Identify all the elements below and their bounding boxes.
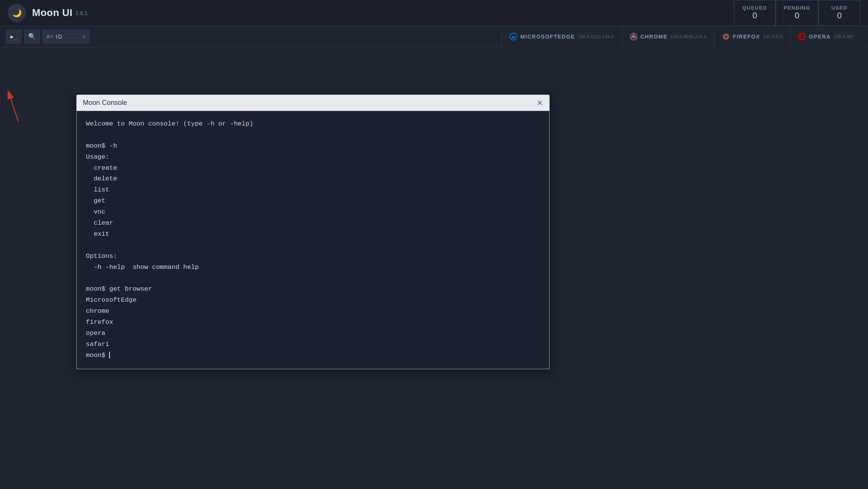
opera-tab-label: OPERA: [809, 34, 831, 40]
chrome-version: 120.0.6099.224-6: [671, 34, 707, 39]
tab-opera[interactable]: OPERA 105.0.497: [790, 26, 862, 47]
stat-used-label: USED: [831, 5, 847, 11]
stat-queued-value: 0: [752, 11, 757, 21]
opera-icon: [798, 33, 806, 40]
stat-pending-value: 0: [795, 11, 799, 21]
filter-by-label: BY: [47, 34, 53, 39]
svg-point-4: [724, 35, 728, 38]
console-close-button[interactable]: ✕: [537, 99, 543, 107]
stat-pending-label: PENDING: [784, 5, 810, 11]
tab-firefox[interactable]: FIREFOX 122.0.0-5: [714, 26, 790, 47]
browser-tabs: MICROSOFTEDGE 120.0.2210.144-6 CHROME 12…: [502, 26, 862, 47]
app-version: 2.6.1: [76, 10, 87, 16]
app-title: Moon UI: [32, 7, 73, 19]
stats-bar: QUEUED 0 PENDING 0 USED 0: [734, 0, 860, 26]
stat-pending: PENDING 0: [776, 0, 818, 26]
header: 🌙 Moon UI 2.6.1 QUEUED 0 PENDING 0 USED …: [0, 0, 868, 26]
stat-used: USED 0: [818, 0, 860, 26]
toolbar: ▶_ 🔍 BY ID ...... × MICROSOFTEDGE 120.0.…: [0, 26, 868, 47]
edge-icon: [510, 33, 517, 40]
opera-version: 105.0.497: [834, 34, 854, 39]
annotation-arrow-svg: [7, 97, 30, 122]
edge-version: 120.0.2210.144-6: [578, 34, 614, 39]
svg-line-8: [11, 99, 18, 122]
stat-queued-label: QUEUED: [742, 5, 767, 11]
edge-tab-label: MICROSOFTEDGE: [520, 34, 575, 40]
console-modal-title: Moon Console: [83, 99, 127, 107]
search-icon: 🔍: [28, 33, 36, 40]
tab-microsoftedge[interactable]: MICROSOFTEDGE 120.0.2210.144-6: [502, 26, 621, 47]
filter-close-button[interactable]: ×: [82, 34, 86, 40]
moon-icon: 🌙: [12, 8, 22, 18]
search-button[interactable]: 🔍: [24, 30, 40, 43]
console-modal-header: Moon Console ✕: [77, 95, 549, 111]
firefox-tab-label: FIREFOX: [733, 34, 760, 40]
filter-type: ID: [56, 34, 63, 40]
console-button[interactable]: ▶_: [6, 30, 21, 43]
firefox-version: 122.0.0-5: [763, 34, 782, 39]
cursor: [109, 352, 110, 359]
filter-dots: ......: [65, 34, 78, 40]
stat-used-value: 0: [837, 11, 842, 21]
annotation: [7, 97, 30, 146]
tab-chrome[interactable]: CHROME 120.0.6099.224-6: [622, 26, 714, 47]
main-content: Moon Console ✕ Welcome to Moon console! …: [0, 47, 868, 489]
stat-queued: QUEUED 0: [734, 0, 776, 26]
firefox-icon: [722, 33, 730, 40]
console-modal-overlay: Moon Console ✕ Welcome to Moon console! …: [76, 95, 860, 474]
console-modal: Moon Console ✕ Welcome to Moon console! …: [76, 95, 550, 369]
svg-point-5: [799, 33, 805, 40]
chrome-icon: [630, 33, 637, 40]
svg-point-6: [800, 33, 803, 40]
logo: 🌙: [8, 4, 26, 22]
chrome-tab-label: CHROME: [641, 34, 668, 40]
console-icon: ▶_: [10, 33, 17, 40]
filter-pill[interactable]: BY ID ...... ×: [43, 30, 90, 43]
console-output[interactable]: Welcome to Moon console! (type -h or -he…: [77, 111, 549, 369]
